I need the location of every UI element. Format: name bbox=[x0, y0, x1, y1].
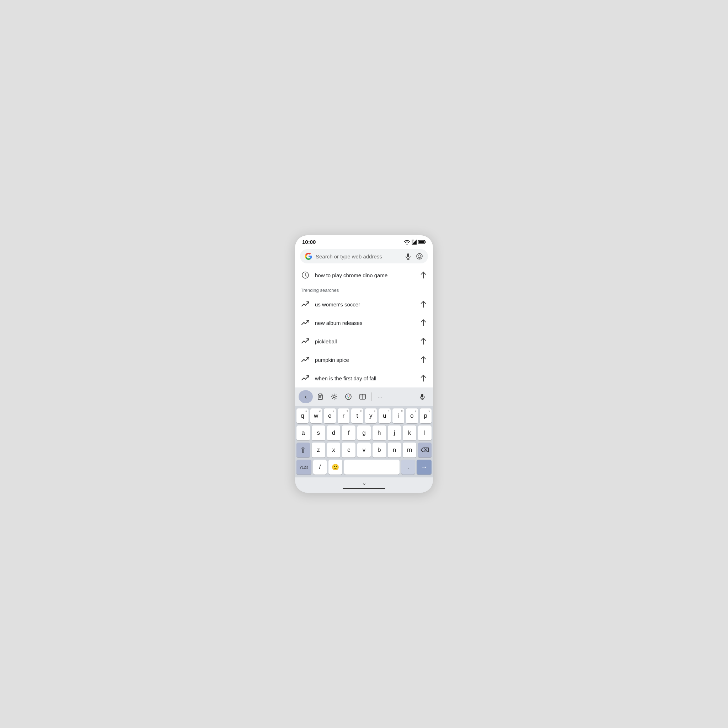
keyboard-settings-button[interactable] bbox=[327, 390, 341, 403]
svg-line-19 bbox=[421, 357, 427, 363]
key-space[interactable] bbox=[344, 460, 399, 474]
key-i[interactable]: 8i bbox=[392, 408, 405, 424]
key-o[interactable]: 9o bbox=[406, 408, 418, 424]
key-l[interactable]: l bbox=[418, 425, 431, 440]
svg-point-26 bbox=[346, 394, 351, 399]
trending-arrow-icon-1 bbox=[301, 318, 310, 327]
key-dot[interactable]: . bbox=[401, 460, 415, 474]
key-q[interactable]: 1q bbox=[297, 408, 309, 424]
search-input[interactable]: Search or type web address bbox=[316, 254, 401, 260]
key-w[interactable]: 2w bbox=[310, 408, 323, 424]
nav-home-bar bbox=[343, 488, 385, 489]
key-c[interactable]: c bbox=[342, 442, 355, 457]
signal-icon bbox=[411, 240, 417, 245]
keyboard-toolbar-divider bbox=[371, 392, 372, 401]
key-t[interactable]: 5t bbox=[351, 408, 363, 424]
trending-item-3[interactable]: pumpkin spice bbox=[295, 350, 433, 369]
key-f[interactable]: f bbox=[342, 425, 355, 440]
keyboard-row-3: ⇧ z x c v b n m ⌫ bbox=[297, 442, 431, 457]
keyboard-row-1: 1q 2w 3e 4r 5t 6y 7u 8i 9o 0p bbox=[297, 408, 431, 424]
svg-rect-4 bbox=[425, 242, 426, 243]
svg-point-28 bbox=[349, 396, 350, 397]
trending-item-1[interactable]: new album releases bbox=[295, 314, 433, 332]
keyboard-translate-button[interactable] bbox=[355, 390, 370, 403]
history-text: how to play chrome dino game bbox=[315, 272, 414, 278]
key-k[interactable]: k bbox=[403, 425, 416, 440]
svg-rect-33 bbox=[421, 394, 424, 398]
status-bar: 10:00 bbox=[295, 236, 433, 247]
key-e[interactable]: 3e bbox=[324, 408, 336, 424]
key-y[interactable]: 6y bbox=[365, 408, 377, 424]
key-u[interactable]: 7u bbox=[379, 408, 391, 424]
trending-arrow-icon-3 bbox=[301, 355, 310, 364]
svg-line-15 bbox=[421, 272, 427, 278]
trending-arrow-icon-4 bbox=[301, 373, 310, 383]
key-emoji[interactable]: 🙂 bbox=[329, 460, 342, 474]
search-bar[interactable]: Search or type web address bbox=[300, 249, 428, 263]
key-d[interactable]: d bbox=[327, 425, 341, 440]
keyboard-back-button[interactable]: ‹ bbox=[298, 390, 313, 403]
trending-item-0[interactable]: us women's soccer bbox=[295, 295, 433, 314]
key-j[interactable]: j bbox=[388, 425, 401, 440]
key-backspace[interactable]: ⌫ bbox=[418, 442, 431, 457]
svg-line-16 bbox=[421, 301, 427, 307]
battery-icon bbox=[418, 240, 426, 244]
svg-line-18 bbox=[421, 338, 427, 344]
svg-rect-22 bbox=[319, 394, 322, 395]
trending-arrow-2 bbox=[418, 336, 429, 347]
history-arrow-icon bbox=[418, 269, 429, 280]
keyboard-more-button[interactable]: ··· bbox=[373, 390, 387, 403]
key-p[interactable]: 0p bbox=[420, 408, 432, 424]
keyboard-row-2: a s d f g h j k l bbox=[297, 425, 431, 440]
svg-line-17 bbox=[421, 320, 427, 326]
status-time: 10:00 bbox=[302, 239, 316, 245]
key-g[interactable]: g bbox=[357, 425, 371, 440]
microphone-icon[interactable] bbox=[404, 252, 412, 260]
svg-line-20 bbox=[421, 375, 427, 381]
keyboard-row-4: ?123 / 🙂 . → bbox=[297, 460, 431, 474]
key-m[interactable]: m bbox=[403, 442, 416, 457]
status-icons bbox=[404, 240, 426, 245]
lens-icon[interactable] bbox=[415, 252, 424, 260]
key-v[interactable]: v bbox=[357, 442, 371, 457]
key-num-switch[interactable]: ?123 bbox=[297, 460, 311, 474]
trending-text-1: new album releases bbox=[315, 320, 414, 326]
keyboard: ‹ bbox=[295, 387, 433, 492]
trending-text-3: pumpkin spice bbox=[315, 357, 414, 363]
key-slash[interactable]: / bbox=[313, 460, 327, 474]
key-a[interactable]: a bbox=[297, 425, 310, 440]
key-enter[interactable]: → bbox=[417, 460, 431, 474]
history-item[interactable]: how to play chrome dino game bbox=[295, 266, 433, 284]
keyboard-mic-button[interactable] bbox=[415, 390, 430, 403]
history-icon bbox=[301, 271, 310, 280]
svg-point-25 bbox=[333, 396, 335, 398]
trending-arrow-icon-2 bbox=[301, 336, 310, 346]
nav-chevron-icon: ⌄ bbox=[362, 480, 367, 486]
key-s[interactable]: s bbox=[312, 425, 325, 440]
wifi-icon bbox=[404, 240, 410, 245]
trending-text-2: pickleball bbox=[315, 338, 414, 344]
keyboard-rows: 1q 2w 3e 4r 5t 6y 7u 8i 9o 0p a s d f g … bbox=[295, 406, 433, 477]
google-logo bbox=[304, 252, 313, 260]
trending-arrow-0 bbox=[418, 298, 429, 310]
content-area: how to play chrome dino game Trending se… bbox=[295, 266, 433, 387]
trending-arrow-4 bbox=[418, 373, 429, 384]
keyboard-clipboard-button[interactable] bbox=[313, 390, 327, 403]
key-h[interactable]: h bbox=[373, 425, 386, 440]
keyboard-theme-button[interactable] bbox=[341, 390, 355, 403]
search-bar-container: Search or type web address bbox=[295, 247, 433, 266]
key-n[interactable]: n bbox=[388, 442, 401, 457]
svg-point-8 bbox=[417, 254, 422, 259]
trending-text-4: when is the first day of fall bbox=[315, 375, 414, 381]
key-b[interactable]: b bbox=[373, 442, 386, 457]
trending-item-4[interactable]: when is the first day of fall bbox=[295, 369, 433, 387]
trending-label: Trending searches bbox=[295, 284, 433, 295]
key-x[interactable]: x bbox=[327, 442, 341, 457]
key-shift[interactable]: ⇧ bbox=[297, 442, 310, 457]
key-r[interactable]: 4r bbox=[338, 408, 350, 424]
trending-arrow-1 bbox=[418, 317, 429, 328]
svg-point-29 bbox=[348, 398, 349, 399]
key-z[interactable]: z bbox=[312, 442, 325, 457]
svg-point-9 bbox=[418, 255, 421, 258]
trending-item-2[interactable]: pickleball bbox=[295, 332, 433, 350]
